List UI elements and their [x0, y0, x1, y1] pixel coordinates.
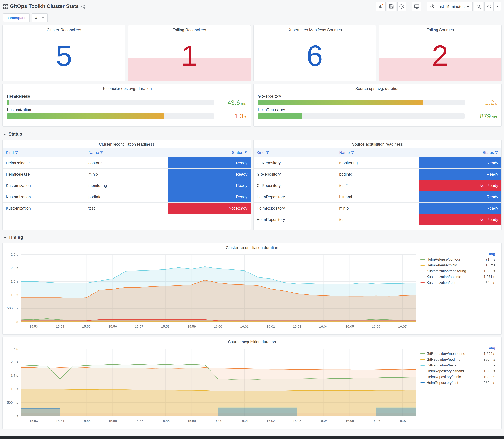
gauge-label: Kustomization: [7, 108, 246, 112]
table-row[interactable]: Kustomization monitoring Ready: [3, 180, 250, 191]
filter-icon: [351, 151, 354, 154]
footer-strip: [0, 436, 504, 439]
timeseries-chart[interactable]: 15:5315:5415:5515:5615:5715:5815:5916:00…: [4, 251, 419, 331]
settings-button[interactable]: [397, 2, 406, 11]
series-color-dash: [420, 371, 425, 371]
series-avg-value: 16 ms: [485, 263, 495, 267]
svg-text:15:54: 15:54: [56, 419, 64, 423]
gauge-label: GitRepository: [258, 94, 497, 98]
chevron-down-icon: [3, 236, 7, 239]
series-color-dash: [420, 282, 425, 283]
legend-item-helmrepository-bitnami[interactable]: HelmRepository/bitnami 1.695 s: [420, 368, 495, 374]
svg-text:15:55: 15:55: [82, 419, 91, 423]
series-name: HelmRepository/bitnami: [427, 369, 482, 373]
timeseries-plot[interactable]: 15:5315:5415:5515:5615:5715:5815:5916:00…: [4, 345, 419, 424]
svg-text:15:57: 15:57: [135, 419, 143, 423]
cycle-view-button[interactable]: [412, 2, 421, 11]
column-header-status[interactable]: Status: [419, 148, 501, 157]
cell-status: Ready: [168, 157, 250, 168]
status-badge: Not Ready: [168, 203, 250, 214]
legend-item-helmrelease-minio[interactable]: HelmRelease/minio 16 ms: [420, 262, 495, 268]
section-timing[interactable]: Timing: [2, 232, 502, 243]
series-avg-value: 1.605 s: [484, 269, 495, 273]
series-avg-value: 84 ms: [485, 281, 495, 284]
column-header-kind[interactable]: Kind: [254, 148, 336, 157]
table-row[interactable]: GitRepository test2 Not Ready: [254, 180, 501, 191]
table-row[interactable]: HelmRepository minio Ready: [254, 202, 501, 214]
table-row[interactable]: HelmRepository test Not Ready: [254, 214, 501, 225]
column-header-status[interactable]: Status: [168, 148, 250, 157]
zoom-out-button[interactable]: [474, 2, 483, 11]
grafana-dashboard: GitOps Toolkit Cluster Stats: [0, 0, 504, 439]
gauge-track: [7, 113, 214, 119]
svg-text:1.0 s: 1.0 s: [11, 387, 18, 391]
column-header-kind[interactable]: Kind: [3, 148, 85, 157]
legend-item-gitrepository-monitoring[interactable]: GitRepository/monitoring 1.594 s: [420, 351, 495, 356]
bar-gauge-gitrepository: GitRepository 1.2s: [258, 94, 497, 106]
dashboard-title: GitOps Toolkit Cluster Stats: [10, 3, 79, 10]
legend-item-kustomization-monitoring[interactable]: Kustomization/monitoring 1.605 s: [420, 268, 495, 274]
table-row[interactable]: GitRepository monitoring Ready: [254, 157, 501, 168]
table-row[interactable]: Kustomization podinfo Ready: [3, 191, 250, 202]
panel-title: Source acquisition duration: [3, 337, 501, 345]
legend-item-kustomization-test[interactable]: Kustomization/test 84 ms: [420, 280, 495, 285]
series-color-dash: [420, 276, 425, 277]
series-name: GitRepository/test2: [427, 363, 482, 367]
cell-name: monitoring: [85, 180, 168, 191]
legend-item-helmrelease-contour[interactable]: HelmRelease/contour 71 ms: [420, 256, 495, 262]
legend-item-kustomization-podinfo[interactable]: Kustomization/podinfo 1.071 s: [420, 274, 495, 280]
stat-value: 5: [3, 30, 125, 81]
status-badge: Ready: [419, 191, 501, 202]
timeseries-plot[interactable]: 15:5315:5415:5515:5615:5715:5815:5916:00…: [4, 251, 419, 330]
legend-avg-header[interactable]: avg: [420, 252, 495, 256]
table-row[interactable]: HelmRepository bitnami Ready: [254, 191, 501, 202]
svg-text:15:55: 15:55: [82, 325, 91, 329]
time-range-label: Last 15 minutes: [436, 4, 465, 9]
add-panel-button[interactable]: [376, 2, 386, 11]
filter-icon: [265, 151, 269, 154]
section-status[interactable]: Status: [2, 129, 502, 139]
status-badge: Ready: [168, 180, 250, 191]
share-icon[interactable]: [81, 4, 86, 9]
save-button[interactable]: [387, 2, 396, 11]
refresh-button[interactable]: [484, 2, 494, 11]
gauge-value: 43.6ms: [218, 99, 246, 106]
legend-item-helmrepository-minio[interactable]: HelmRepository/minio 108 ms: [420, 374, 495, 380]
refresh-interval-button[interactable]: [494, 2, 501, 11]
chevron-down-icon: [466, 5, 469, 8]
apps-icon[interactable]: [3, 4, 8, 9]
table-row[interactable]: Kustomization test Not Ready: [3, 202, 250, 214]
legend-item-helmrepository-test[interactable]: HelmRepository/test 289 ms: [420, 380, 495, 385]
stat-value: 6: [254, 30, 376, 81]
section-status-label: Status: [9, 132, 22, 136]
gauge-fill: [7, 113, 164, 119]
time-range-picker[interactable]: Last 15 minutes: [427, 2, 473, 11]
cell-status: Not Ready: [419, 214, 501, 225]
legend-item-gitrepository-podinfo[interactable]: GitRepository/podinfo 980 ms: [420, 356, 495, 362]
filter-icon: [100, 151, 103, 154]
table-row[interactable]: GitRepository podinfo Ready: [254, 168, 501, 180]
gauge-fill: [258, 100, 423, 105]
panel-source-acquisition-duration: Source acquisition duration 15:5315:5415…: [2, 337, 502, 429]
table-row[interactable]: HelmRelease minio Ready: [3, 168, 250, 180]
column-header-name[interactable]: Name: [336, 148, 419, 157]
series-color-dash: [420, 382, 425, 383]
cell-kind: Kustomization: [3, 191, 85, 202]
legend-item-gitrepository-test2[interactable]: GitRepository/test2 338 ms: [420, 362, 495, 368]
variable-value-dropdown[interactable]: All: [32, 13, 48, 22]
series-name: GitRepository/podinfo: [427, 357, 482, 361]
series-avg-value: 1.071 s: [484, 275, 495, 279]
variable-label[interactable]: namespace: [3, 13, 30, 22]
cell-name: test: [85, 202, 168, 214]
svg-text:15:59: 15:59: [187, 325, 196, 329]
series-color-dash: [420, 359, 425, 360]
cell-status: Ready: [419, 168, 501, 180]
timeseries-chart[interactable]: 15:5315:5415:5515:5615:5715:5815:5916:00…: [4, 345, 419, 425]
dashboard-grid: Cluster Reconcilers5Failing Reconcilers1…: [0, 25, 504, 429]
legend-avg-header[interactable]: avg: [420, 346, 495, 350]
svg-text:16:06: 16:06: [372, 325, 380, 329]
column-header-name[interactable]: Name: [85, 148, 168, 157]
svg-text:15:53: 15:53: [29, 419, 38, 423]
svg-text:16:04: 16:04: [319, 419, 328, 423]
table-row[interactable]: HelmRelease contour Ready: [3, 157, 250, 168]
